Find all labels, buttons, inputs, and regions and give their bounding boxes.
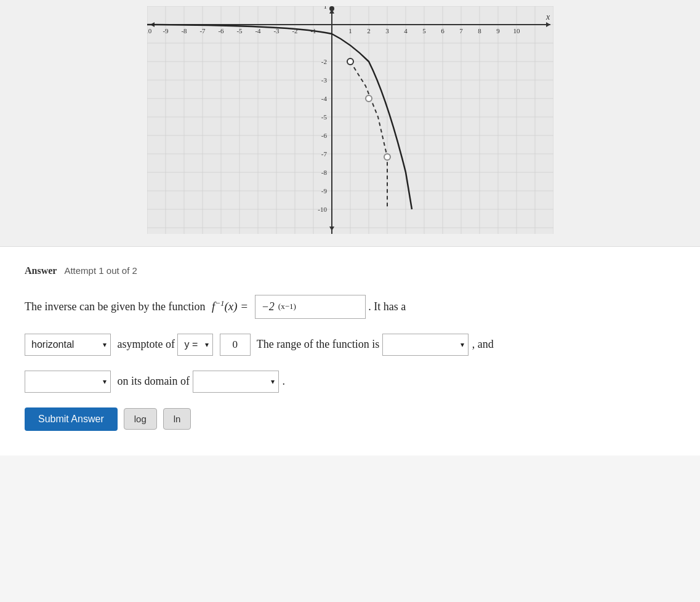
answer-header: Answer Attempt 1 out of 2 bbox=[25, 265, 675, 276]
svg-text:-7: -7 bbox=[321, 150, 327, 158]
svg-text:-4: -4 bbox=[255, 27, 261, 34]
svg-text:7: 7 bbox=[459, 27, 463, 34]
answer-row-2: horizontal asymptote of y = 0 The range … bbox=[25, 334, 675, 356]
range-select[interactable] bbox=[382, 334, 469, 356]
domain-select[interactable] bbox=[193, 371, 279, 393]
svg-text:3: 3 bbox=[385, 27, 389, 34]
answer-section: Answer Attempt 1 out of 2 The inverse ca… bbox=[0, 247, 700, 456]
function-superscript: (x−1) bbox=[278, 300, 296, 313]
svg-text:-8: -8 bbox=[181, 27, 187, 34]
sentence1-suffix: . It has a bbox=[368, 298, 406, 316]
asymptote-value-input[interactable]: 0 bbox=[220, 334, 251, 356]
period-text: . bbox=[283, 375, 286, 388]
and-text: , and bbox=[472, 338, 494, 351]
asymptote-label: asymptote of bbox=[118, 338, 175, 351]
range-prefix: The range of the function is bbox=[257, 338, 379, 351]
answer-bold-label: Answer bbox=[25, 265, 57, 276]
svg-text:-9: -9 bbox=[163, 27, 169, 34]
svg-text:4: 4 bbox=[404, 27, 408, 34]
svg-text:-5: -5 bbox=[236, 27, 243, 34]
svg-point-77 bbox=[329, 6, 334, 11]
svg-point-76 bbox=[384, 154, 390, 160]
svg-text:-7: -7 bbox=[199, 27, 206, 34]
svg-point-74 bbox=[347, 58, 353, 65]
page-container: x -10 -9 -8 -7 -6 -5 -4 -3 -2 -1 1 bbox=[0, 0, 700, 456]
svg-text:1: 1 bbox=[323, 6, 327, 10]
asymptote-type-value: horizontal bbox=[31, 339, 74, 350]
graph-section: x -10 -9 -8 -7 -6 -5 -4 -3 -2 -1 1 bbox=[0, 0, 700, 247]
answer-row-3: on its domain of . bbox=[25, 371, 675, 393]
svg-text:-6: -6 bbox=[218, 27, 224, 34]
log-button[interactable]: log bbox=[124, 408, 157, 430]
ln-button[interactable]: ln bbox=[163, 408, 191, 430]
answer-row-1: The inverse can be given by the function… bbox=[25, 295, 675, 319]
svg-text:x: x bbox=[545, 12, 550, 22]
graph-canvas: x -10 -9 -8 -7 -6 -5 -4 -3 -2 -1 1 bbox=[147, 6, 553, 234]
svg-text:-10: -10 bbox=[147, 27, 152, 34]
sentence1-prefix: The inverse can be given by the function bbox=[25, 298, 205, 316]
bottom-buttons: Submit Answer log ln bbox=[25, 407, 675, 431]
svg-text:10: 10 bbox=[513, 27, 520, 34]
f-notation: f−1(x) = bbox=[212, 297, 248, 316]
svg-text:-4: -4 bbox=[321, 95, 327, 102]
svg-text:-8: -8 bbox=[321, 169, 327, 176]
svg-text:-3: -3 bbox=[321, 76, 327, 84]
svg-text:6: 6 bbox=[441, 27, 445, 34]
svg-text:5: 5 bbox=[422, 27, 426, 34]
svg-text:-5: -5 bbox=[321, 113, 327, 121]
svg-text:8: 8 bbox=[478, 27, 481, 34]
asymptote-value: 0 bbox=[233, 339, 238, 351]
asymptote-type-select[interactable]: horizontal bbox=[25, 334, 111, 356]
svg-text:1: 1 bbox=[348, 27, 352, 34]
svg-text:2: 2 bbox=[367, 27, 371, 34]
f-sup: −1 bbox=[215, 299, 224, 308]
svg-text:-2: -2 bbox=[321, 58, 326, 65]
svg-point-75 bbox=[366, 95, 372, 102]
y-equals-value: y = bbox=[184, 339, 198, 350]
on-domain-text: on its domain of bbox=[118, 375, 190, 388]
graph-wrapper: x -10 -9 -8 -7 -6 -5 -4 -3 -2 -1 1 bbox=[147, 6, 553, 234]
function-input-box[interactable]: −2(x−1) bbox=[255, 295, 366, 319]
attempt-text: Attempt 1 out of 2 bbox=[64, 265, 137, 276]
svg-text:-9: -9 bbox=[321, 187, 327, 195]
y-equals-select[interactable]: y = bbox=[177, 334, 213, 356]
function-value: −2 bbox=[262, 298, 275, 316]
svg-text:-6: -6 bbox=[321, 132, 327, 139]
svg-text:9: 9 bbox=[496, 27, 500, 34]
behavior-select[interactable] bbox=[25, 371, 111, 393]
submit-button[interactable]: Submit Answer bbox=[25, 407, 118, 431]
svg-text:-10: -10 bbox=[318, 206, 327, 213]
